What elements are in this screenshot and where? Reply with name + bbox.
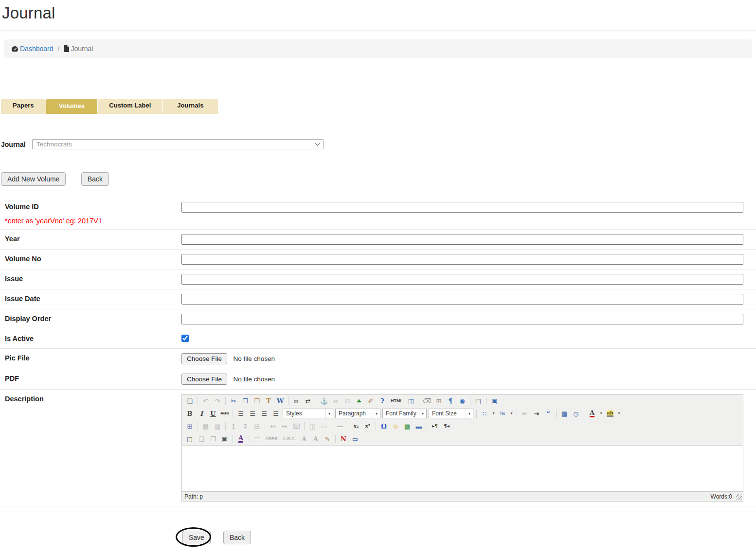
text-color-button[interactable]: A [587, 409, 597, 418]
find-button[interactable]: ∞ [291, 396, 302, 406]
tab-custom-label[interactable]: Custom Label [98, 99, 162, 112]
ltr-direction-button[interactable]: ▸¶ [430, 421, 440, 431]
toolbar-separator [288, 397, 288, 405]
bullet-list-menu-button[interactable]: ▾ [491, 409, 496, 418]
insert-column-before-icon: ↤ [270, 423, 276, 430]
insert-row-before-icon: ↥ [231, 423, 236, 430]
align-justify-button[interactable]: ☰ [270, 409, 281, 418]
paste-button[interactable]: ❒ [252, 396, 262, 406]
resize-handle-icon[interactable] [736, 494, 742, 500]
advanced-hr-button[interactable]: ▬ [414, 421, 424, 431]
editor-toolbar: ❏↶↷✂❐❒TW∞⇄⚓∞∅♣✐?HTML◫⌫⊞¶◉▤▣BIUABC☰☰☰☰Sty… [182, 394, 743, 445]
save-button[interactable]: Save [182, 531, 211, 544]
insert-image-button[interactable]: ♣ [354, 396, 364, 406]
new-document-button[interactable]: ❏ [184, 396, 195, 406]
insert-time-button[interactable]: ◷ [571, 409, 581, 418]
format-select[interactable]: Paragraph▾ [335, 409, 380, 418]
numbered-list-button[interactable]: № [497, 409, 508, 418]
print-button[interactable]: ▤ [473, 396, 484, 406]
volume-no-input[interactable] [181, 254, 743, 265]
rtl-direction-icon: ¶◂ [444, 424, 449, 429]
copy-button[interactable]: ❐ [240, 396, 251, 406]
indent-button[interactable]: ⇥ [531, 409, 542, 418]
insert-media-button[interactable]: ▩ [402, 421, 413, 431]
remove-format-button[interactable]: ⌫ [422, 396, 432, 406]
paste-from-word-button[interactable]: W [275, 396, 286, 406]
align-right-icon: ☰ [261, 411, 267, 417]
editor-content-area[interactable] [182, 445, 743, 491]
bold-button[interactable]: B [184, 409, 195, 418]
cut-button[interactable]: ✂ [228, 396, 239, 406]
new-document-icon: ❏ [187, 398, 193, 404]
emoticons-button[interactable]: ☺ [390, 421, 401, 431]
cleanup-code-button[interactable]: ✐ [365, 396, 376, 406]
blockquote-button[interactable]: “ [543, 409, 554, 418]
text-color-menu-button[interactable]: ▾ [598, 409, 604, 418]
strikethrough-button[interactable]: ABC [219, 409, 230, 418]
redo-icon: ↷ [215, 398, 220, 404]
absolute-position-button[interactable]: ▣ [219, 434, 230, 444]
fullpage-preview-button[interactable]: ◫ [406, 396, 416, 406]
highlight-color-button[interactable]: ab [605, 409, 615, 418]
display-order-input[interactable] [181, 314, 743, 324]
volume-id-input[interactable] [181, 202, 743, 213]
tab-volumes[interactable]: Volumes [46, 99, 98, 114]
styles-select[interactable]: Styles▾ [283, 409, 333, 418]
align-right-button[interactable]: ☰ [259, 409, 270, 418]
numbered-list-menu-button[interactable]: ▾ [509, 409, 514, 418]
table-cell-properties-icon: ▥ [215, 423, 220, 430]
citation-button: “” [252, 434, 262, 444]
add-new-volume-button[interactable]: Add New Volume [1, 172, 66, 186]
highlight-color-menu-button[interactable]: ▾ [616, 409, 622, 418]
page-break-button[interactable]: ▭ [350, 434, 360, 444]
journal-select[interactable]: Technocrats [32, 139, 324, 149]
insert-date-button[interactable]: ▦ [559, 409, 570, 418]
insert-layer-button[interactable]: ▢ [184, 434, 195, 444]
rtl-direction-button[interactable]: ¶◂ [441, 421, 452, 431]
html-source-button[interactable]: HTML [389, 396, 405, 406]
back-button-top[interactable]: Back [81, 172, 109, 186]
paste-as-plain-text-button[interactable]: T [263, 396, 274, 406]
year-row: Year [0, 230, 756, 250]
abbreviation-button: ABBR [263, 434, 280, 444]
horizontal-line-button[interactable]: — [335, 421, 345, 431]
pic-file-choose-button[interactable]: Choose File [181, 353, 227, 364]
pdf-choose-button[interactable]: Choose File [181, 374, 227, 385]
tab-journals[interactable]: Journals [163, 99, 218, 112]
fullscreen-button[interactable]: ▣ [489, 396, 500, 406]
breadcrumb-dashboard-link[interactable]: Dashboard [11, 45, 54, 53]
table-cell-properties-button: ▥ [212, 421, 223, 431]
superscript-button[interactable]: x² [362, 421, 373, 431]
find-replace-button[interactable]: ⇄ [303, 396, 313, 406]
visual-chars-button[interactable]: ¶ [445, 396, 456, 406]
special-character-button[interactable]: Ω [378, 421, 389, 431]
tab-papers[interactable]: Papers [1, 99, 46, 112]
font-family-select[interactable]: Font Family▾ [382, 409, 427, 418]
find-replace-icon: ⇄ [306, 398, 311, 404]
font-size-select[interactable]: Font Size▾ [429, 409, 473, 418]
style-properties-button[interactable]: A [235, 434, 246, 444]
issue-input[interactable] [181, 274, 743, 285]
help-icon: ? [380, 398, 384, 404]
insert-table-button[interactable]: ⊞ [184, 421, 195, 431]
align-left-button[interactable]: ☰ [235, 409, 246, 418]
back-button-bottom[interactable]: Back [223, 531, 251, 544]
visual-aid-button[interactable]: ⊞ [433, 396, 444, 406]
insert-row-before-button: ↥ [228, 421, 239, 431]
special-character-icon: Ω [381, 423, 387, 430]
underline-button[interactable]: U [208, 409, 218, 418]
italic-button[interactable]: I [196, 409, 207, 418]
nonbreaking-space-button[interactable]: N [338, 434, 349, 444]
outdent-button: ⇤ [520, 409, 530, 418]
anchor-button[interactable]: ⚓ [319, 396, 329, 406]
subscript-button[interactable]: x₂ [351, 421, 361, 431]
align-center-button[interactable]: ☰ [247, 409, 258, 418]
preview-button[interactable]: ◉ [457, 396, 468, 406]
bullet-list-button[interactable]: ∷ [479, 409, 490, 418]
issue-date-input[interactable] [181, 294, 743, 304]
help-button[interactable]: ? [377, 396, 388, 406]
year-input[interactable] [181, 234, 743, 245]
is-active-checkbox[interactable] [181, 335, 189, 342]
format-select-label: Paragraph [339, 410, 366, 417]
insert-attributes-button[interactable]: ✎ [322, 434, 333, 444]
